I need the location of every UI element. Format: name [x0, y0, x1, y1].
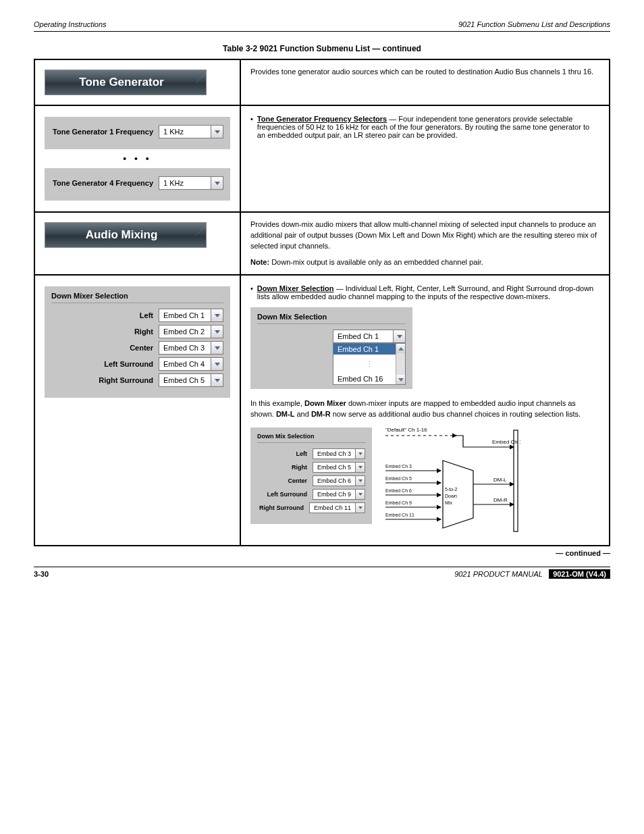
chevron-down-icon[interactable] — [211, 309, 223, 321]
page-footer: 3-30 9021 PRODUCT MANUAL 9021-OM (V4.4) — [34, 567, 610, 578]
footer-tag: 9021-OM (V4.4) — [549, 569, 610, 579]
tone-gen-1-select[interactable]: 1 KHz — [159, 125, 223, 138]
example-select-value: Embed Ch 6 — [313, 477, 355, 484]
list-item[interactable]: Embed Ch 1 — [333, 344, 405, 355]
down-mixer-row: Left SurroundEmbed Ch 4 — [51, 357, 223, 371]
down-mixer-select[interactable]: Embed Ch 5 — [159, 373, 223, 387]
svg-text:DM-R: DM-R — [493, 497, 508, 503]
tone-gen-4-label: Tone Generator 4 Frequency — [51, 179, 153, 187]
tone-generator-desc: Provides tone generator audio sources wh… — [250, 67, 599, 78]
chevron-down-icon[interactable] — [355, 463, 365, 472]
function-table: Tone Generator Provides tone generator a… — [34, 59, 610, 546]
tone-gen-1-label: Tone Generator 1 Frequency — [51, 128, 153, 136]
scroll-down-icon[interactable] — [396, 375, 405, 384]
example-row: CenterEmbed Ch 6 — [257, 475, 365, 486]
down-mix-open-list[interactable]: Embed Ch 1 ⋮ Embed Ch 16 — [333, 343, 406, 385]
down-mix-open-select[interactable]: Embed Ch 1 — [333, 330, 406, 343]
tone-freq-desc: Tone Generator Frequency Selectors — Fou… — [250, 115, 599, 139]
down-mixer-select-value: Embed Ch 1 — [159, 311, 211, 319]
example-row-label: Right Surround — [257, 504, 304, 511]
down-mix-open-panel: Down Mix Selection Embed Ch 1 Embed Ch 1… — [250, 307, 412, 389]
down-mixer-desc: Down Mixer Selection — Individual Left, … — [250, 284, 599, 301]
chevron-down-icon[interactable] — [355, 503, 365, 513]
panel-audio-mixing: Audio Mixing — [45, 222, 207, 248]
header-right: 9021 Function Submenu List and Descripti… — [458, 20, 610, 28]
header-left: Operating Instructions — [34, 20, 107, 28]
example-select[interactable]: Embed Ch 3 — [313, 448, 365, 459]
down-mix-open-fieldset: Down Mix Selection — [257, 313, 406, 321]
example-row: LeftEmbed Ch 3 — [257, 448, 365, 459]
svg-text:Embed Ch 1-16: Embed Ch 1-16 — [492, 439, 520, 445]
audio-mixing-note: Note: Down-mix output is available only … — [250, 257, 599, 267]
svg-text:DM-L: DM-L — [493, 477, 507, 483]
chevron-down-icon[interactable] — [211, 126, 223, 138]
svg-text:Down: Down — [445, 494, 457, 498]
page-number: 3-30 — [34, 570, 49, 578]
down-mixer-row-label: Left — [51, 311, 153, 319]
chevron-down-icon[interactable] — [355, 490, 365, 499]
down-mixer-row: LeftEmbed Ch 1 — [51, 309, 223, 322]
chevron-down-icon[interactable] — [211, 358, 223, 370]
down-mixer-row: CenterEmbed Ch 3 — [51, 341, 223, 355]
example-select-value: Embed Ch 5 — [313, 464, 355, 471]
list-item[interactable]: Embed Ch 16 — [333, 373, 405, 384]
example-row-label: Left Surround — [257, 491, 307, 498]
audio-mixing-desc: Provides down-mix audio mixers that allo… — [250, 219, 599, 252]
tone-gen-4-value: 1 KHz — [159, 179, 211, 187]
example-select-value: Embed Ch 9 — [313, 491, 355, 498]
chevron-down-icon[interactable] — [211, 374, 223, 386]
down-mixer-row-label: Right — [51, 328, 153, 336]
example-select[interactable]: Embed Ch 6 — [313, 475, 365, 486]
chevron-down-icon[interactable] — [211, 177, 223, 189]
chevron-down-icon[interactable] — [355, 449, 365, 459]
example-select[interactable]: Embed Ch 11 — [309, 502, 365, 513]
note-body: Down-mix output is available only as an … — [269, 258, 483, 266]
down-mixer-row-label: Center — [51, 344, 153, 352]
chevron-down-icon[interactable] — [211, 342, 223, 354]
page-header: Operating Instructions 9021 Function Sub… — [34, 20, 610, 28]
chevron-down-icon[interactable] — [355, 476, 365, 486]
panel-tone-generator-label: Tone Generator — [79, 76, 163, 88]
down-mixer-select[interactable]: Embed Ch 2 — [159, 325, 223, 338]
continued-label: — continued — — [34, 549, 610, 557]
down-mix-open-value: Embed Ch 1 — [333, 332, 393, 340]
ellipsis-icon: • • • — [45, 153, 230, 164]
scroll-up-icon[interactable] — [396, 344, 405, 353]
svg-text:Embed Ch 5: Embed Ch 5 — [385, 476, 412, 481]
svg-text:Embed Ch 3: Embed Ch 3 — [385, 464, 412, 469]
down-mix-example-panel: Down Mix Selection LeftEmbed Ch 3RightEm… — [250, 427, 372, 524]
table-title: Table 3-2 9021 Function Submenu List — c… — [34, 44, 610, 53]
example-select-value: Embed Ch 11 — [310, 504, 355, 511]
down-mixer-select-value: Embed Ch 3 — [159, 344, 211, 352]
down-mixer-row: RightEmbed Ch 2 — [51, 325, 223, 338]
diagram-default-label: "Default" Ch 1-16 — [385, 427, 427, 433]
tone-freq-head: Tone Generator Frequency Selectors — [257, 115, 387, 123]
example-row-label: Right — [257, 464, 307, 471]
tone-gen-4-select[interactable]: 1 KHz — [159, 176, 223, 190]
down-mixer-select[interactable]: Embed Ch 3 — [159, 341, 223, 355]
chevron-down-icon[interactable] — [211, 325, 223, 338]
svg-text:Embed Ch 11: Embed Ch 11 — [385, 513, 414, 517]
svg-rect-21 — [514, 430, 518, 531]
example-row-label: Center — [257, 477, 307, 484]
down-mixer-select[interactable]: Embed Ch 1 — [159, 309, 223, 322]
scrollbar[interactable] — [396, 344, 405, 384]
example-select[interactable]: Embed Ch 5 — [313, 462, 365, 473]
downmix-diagram: "Default" Ch 1-16 Embed Ch 1-16 5-to-2 D… — [379, 423, 520, 538]
chevron-down-icon[interactable] — [393, 330, 405, 342]
footer-rev: 9021 PRODUCT MANUAL — [454, 570, 543, 578]
down-mixer-select[interactable]: Embed Ch 4 — [159, 357, 223, 371]
down-mixer-fieldset: Down Mixer Selection — [51, 292, 223, 300]
tone-gen-1-panel: Tone Generator 1 Frequency 1 KHz — [45, 117, 230, 149]
down-mixer-head: Down Mixer Selection — [257, 284, 334, 292]
header-rule — [34, 31, 610, 32]
down-mixer-select-value: Embed Ch 5 — [159, 376, 211, 384]
down-mixer-row-label: Right Surround — [51, 376, 153, 384]
example-row: RightEmbed Ch 5 — [257, 462, 365, 473]
down-mixer-select-value: Embed Ch 4 — [159, 360, 211, 368]
tone-gen-1-value: 1 KHz — [159, 128, 211, 136]
svg-text:5-to-2: 5-to-2 — [445, 487, 457, 492]
down-mixer-row: Right SurroundEmbed Ch 5 — [51, 373, 223, 387]
example-select-value: Embed Ch 3 — [313, 450, 355, 457]
example-select[interactable]: Embed Ch 9 — [313, 489, 365, 500]
